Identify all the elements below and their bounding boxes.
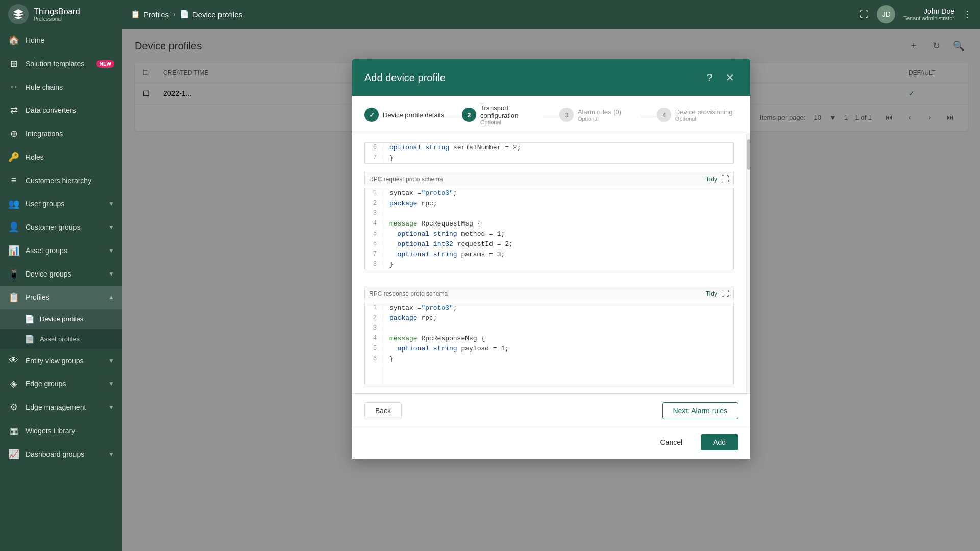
code-line-empty [365,364,733,385]
modal-overlay: Add device profile ? ✕ ✓ Device profile … [122,29,980,551]
dashboard-groups-icon: 📈 [8,448,19,460]
code-line: 6 } [365,354,733,364]
sidebar-item-home[interactable]: 🏠 Home [0,29,122,52]
sidebar-item-data-converters[interactable]: ⇄ Data converters [0,98,122,122]
rpc-response-label: RPC response proto schema Tidy ⛶ [364,287,734,300]
code-line: 6 optional string serialNumber = 2; [365,143,733,153]
sidebar-item-solution-templates[interactable]: ⊞ Solution templates NEW [0,52,122,76]
solution-templates-icon: ⊞ [8,58,19,69]
modal-footer: Back Next: Alarm rules [352,393,750,428]
step-2-label: Transport configuration [480,104,543,119]
sidebar-item-user-groups[interactable]: 👥 User groups ▼ [0,192,122,215]
step-4: 4 Device provisioning Optional [657,108,738,122]
rpc-request-actions: Tidy ⛶ [706,174,729,184]
profiles-arrow: ▲ [108,294,114,301]
home-icon: 🏠 [8,35,19,46]
rpc-response-section: RPC response proto schema Tidy ⛶ 1 synta… [352,279,746,393]
entity-view-groups-arrow: ▼ [108,357,114,364]
profiles-icon: 📋 [8,292,19,303]
stepper: ✓ Device profile details 2 Transport con… [352,96,750,134]
customers-hierarchy-icon: ≡ [8,175,19,186]
sidebar-subitem-device-profiles[interactable]: 📄 Device profiles [0,309,122,329]
code-line: 2 package rpc; [365,198,733,209]
menu-button[interactable]: ⋮ [963,9,972,20]
step-2-circle: 2 [462,108,476,122]
asset-groups-icon: 📊 [8,245,19,256]
modal-header-actions: ? ✕ [701,69,738,86]
add-device-profile-modal: Add device profile ? ✕ ✓ Device profile … [352,59,750,459]
avatar: JD [877,5,895,23]
rpc-response-tidy-button[interactable]: Tidy [706,290,717,297]
modal-body: 6 optional string serialNumber = 2; 7 } [352,134,746,393]
step-4-circle: 4 [657,108,671,122]
rpc-request-code-box[interactable]: 1 syntax ="proto3"; 2 package rpc; 3 [364,188,734,270]
asset-profiles-icon: 📄 [24,334,35,344]
sidebar-item-roles[interactable]: 🔑 Roles [0,145,122,169]
sidebar-subitem-asset-profiles[interactable]: 📄 Asset profiles [0,329,122,349]
rule-chains-icon: ↔ [8,82,19,92]
code-line: 2 package rpc; [365,313,733,323]
sidebar-item-integrations[interactable]: ⊕ Integrations [0,122,122,145]
rpc-request-expand-button[interactable]: ⛶ [721,174,729,184]
sidebar-item-asset-groups[interactable]: 📊 Asset groups ▼ [0,239,122,262]
device-groups-icon: 📱 [8,268,19,280]
device-groups-arrow: ▼ [108,270,114,278]
user-groups-icon: 👥 [8,198,19,209]
step-connector-3 [641,115,657,115]
edge-groups-icon: ◈ [8,378,19,389]
sidebar-item-edge-management[interactable]: ⚙ Edge management ▼ [0,395,122,419]
sidebar-item-device-groups[interactable]: 📱 Device groups ▼ [0,262,122,286]
sidebar-item-dashboard-groups[interactable]: 📈 Dashboard groups ▼ [0,442,122,466]
dashboard-groups-arrow: ▼ [108,450,114,458]
modal-scrollbar[interactable] [746,134,750,393]
sidebar-item-customer-groups[interactable]: 👤 Customer groups ▼ [0,215,122,239]
user-role: Tenant administrator [903,15,954,21]
profiles-subitems: 📄 Device profiles 📄 Asset profiles [0,309,122,349]
code-line: 7 optional string params = 3; [365,249,733,260]
step-connector-1 [446,115,462,115]
data-converters-icon: ⇄ [8,105,19,116]
help-button[interactable]: ? [701,69,718,86]
sidebar-item-widgets-library[interactable]: ▦ Widgets Library [0,419,122,442]
step-3-sub: Optional [578,116,621,122]
step-connector-2 [543,115,559,115]
modal-title: Add device profile [364,72,446,84]
rpc-request-tidy-button[interactable]: Tidy [706,176,717,183]
rpc-response-expand-button[interactable]: ⛶ [721,289,729,298]
fullscreen-button[interactable]: ⛶ [860,9,869,20]
rpc-request-section: RPC request proto schema Tidy ⛶ 1 syntax… [352,164,746,279]
cancel-button[interactable]: Cancel [648,434,695,450]
back-button[interactable]: Back [364,402,402,419]
user-info: John Doe Tenant administrator [903,7,954,21]
entity-view-groups-icon: 👁 [8,355,19,366]
modal-footer-right: Next: Alarm rules [662,402,738,419]
user-groups-arrow: ▼ [108,200,114,207]
close-modal-button[interactable]: ✕ [722,69,738,86]
next-alarm-rules-button[interactable]: Next: Alarm rules [662,402,738,419]
rpc-request-label: RPC request proto schema Tidy ⛶ [364,172,734,186]
integrations-icon: ⊕ [8,128,19,139]
sidebar-item-rule-chains[interactable]: ↔ Rule chains [0,76,122,98]
top-header: ThingsBoard Professional 📋 Profiles › 📄 … [0,0,980,29]
step-1: ✓ Device profile details [364,108,446,122]
breadcrumb: 📋 Profiles › 📄 Device profiles [131,10,860,19]
rpc-response-code-box[interactable]: 1 syntax ="proto3"; 2 package rpc; 3 [364,303,734,385]
breadcrumb-profiles[interactable]: 📋 Profiles [131,10,169,19]
sidebar-item-entity-view-groups[interactable]: 👁 Entity view groups ▼ [0,349,122,372]
step-1-label: Device profile details [383,111,444,119]
step-4-sub: Optional [675,116,733,122]
app-edition: Professional [34,16,80,22]
breadcrumb-separator: › [173,10,176,18]
sidebar-item-edge-groups[interactable]: ◈ Edge groups ▼ [0,372,122,395]
breadcrumb-device-profiles[interactable]: 📄 Device profiles [180,10,242,19]
edge-management-icon: ⚙ [8,402,19,413]
customer-groups-icon: 👤 [8,221,19,233]
step-3-label: Alarm rules (0) [578,108,621,116]
header-right: ⛶ JD John Doe Tenant administrator ⋮ [860,5,972,23]
add-button-modal[interactable]: Add [701,434,738,450]
sidebar-item-profiles[interactable]: 📋 Profiles ▲ [0,286,122,309]
step-3: 3 Alarm rules (0) Optional [559,108,641,122]
new-badge: NEW [96,60,114,68]
sidebar-item-customers-hierarchy[interactable]: ≡ Customers hierarchy [0,169,122,192]
top-code-box[interactable]: 6 optional string serialNumber = 2; 7 } [364,142,734,164]
